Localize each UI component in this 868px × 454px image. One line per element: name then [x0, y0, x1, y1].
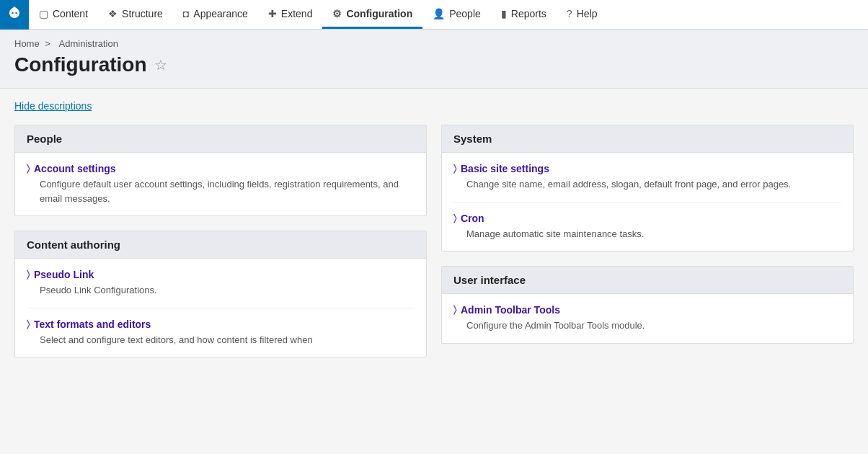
nav-extend-label: Extend	[281, 8, 313, 19]
nav-help[interactable]: ? Help	[557, 0, 608, 29]
chevron-right-icon: 〉	[453, 163, 456, 174]
people-icon: 👤	[433, 8, 445, 19]
chevron-right-icon: 〉	[27, 319, 30, 330]
account-settings-link[interactable]: Account settings	[34, 163, 116, 174]
item-title-row: 〉 Basic site settings	[453, 163, 841, 174]
nav-appearance-label: Appearance	[193, 8, 248, 19]
nav-configuration-label: Configuration	[346, 8, 412, 19]
main-content: Hide descriptions People 〉 Account setti…	[0, 89, 868, 383]
bookmark-icon[interactable]: ☆	[154, 56, 167, 74]
breadcrumb-separator: >	[45, 38, 50, 49]
nav-help-label: Help	[577, 8, 598, 19]
user-interface-section-header: User interface	[442, 267, 853, 294]
list-item: 〉 Pseudo Link Pseudo Link Configurations…	[27, 259, 415, 308]
item-title-row: 〉 Account settings	[27, 163, 415, 174]
column-right: System 〉 Basic site settings Change site…	[441, 125, 854, 358]
text-formats-link[interactable]: Text formats and editors	[34, 319, 151, 330]
item-title-row: 〉 Admin Toolbar Tools	[453, 304, 841, 316]
page-header: Home > Administration Configuration ☆	[0, 30, 868, 89]
chevron-right-icon: 〉	[27, 163, 30, 174]
cron-desc: Manage automatic site maintenance tasks.	[453, 227, 841, 241]
nav-items: ▢ Content ❖ Structure ◘ Appearance ✚ Ext…	[29, 0, 607, 29]
people-section-header: People	[15, 125, 426, 153]
admin-toolbar-tools-desc: Configure the Admin Toolbar Tools module…	[453, 319, 841, 333]
content-authoring-section-body: 〉 Pseudo Link Pseudo Link Configurations…	[15, 259, 426, 357]
breadcrumb-current: Administration	[59, 38, 118, 49]
nav-configuration[interactable]: ⚙ Configuration	[322, 0, 422, 29]
content-icon: ▢	[39, 8, 48, 19]
reports-icon: ▮	[501, 8, 507, 19]
basic-site-settings-desc: Change site name, email address, slogan,…	[453, 177, 841, 192]
content-authoring-section-header: Content authoring	[15, 231, 426, 259]
admin-toolbar-tools-link[interactable]: Admin Toolbar Tools	[461, 304, 560, 316]
item-title-row: 〉 Text formats and editors	[27, 319, 415, 330]
list-item: 〉 Cron Manage automatic site maintenance…	[453, 202, 841, 252]
configuration-icon: ⚙	[332, 8, 342, 19]
appearance-icon: ◘	[183, 8, 189, 19]
people-section-body: 〉 Account settings Configure default use…	[15, 153, 426, 215]
user-interface-section: User interface 〉 Admin Toolbar Tools Con…	[441, 266, 854, 344]
text-formats-desc: Select and configure text editors, and h…	[27, 333, 415, 347]
nav-reports-label: Reports	[511, 8, 546, 19]
nav-reports[interactable]: ▮ Reports	[491, 0, 557, 29]
list-item: 〉 Account settings Configure default use…	[27, 153, 415, 215]
extend-icon: ✚	[268, 8, 277, 19]
chevron-right-icon: 〉	[453, 213, 456, 224]
nav-content-label: Content	[53, 8, 88, 19]
nav-extend[interactable]: ✚ Extend	[258, 0, 323, 29]
top-nav: ▢ Content ❖ Structure ◘ Appearance ✚ Ext…	[0, 0, 868, 30]
svg-point-0	[12, 12, 14, 14]
chevron-right-icon: 〉	[453, 304, 456, 316]
nav-appearance[interactable]: ◘ Appearance	[173, 0, 258, 29]
item-title-row: 〉 Pseudo Link	[27, 269, 415, 280]
nav-content[interactable]: ▢ Content	[29, 0, 98, 29]
basic-site-settings-link[interactable]: Basic site settings	[461, 163, 549, 174]
help-icon: ?	[567, 8, 572, 19]
system-section-body: 〉 Basic site settings Change site name, …	[442, 153, 853, 251]
system-section-header: System	[442, 125, 853, 153]
breadcrumb: Home > Administration	[14, 38, 854, 49]
pseudo-link-desc: Pseudo Link Configurations.	[27, 283, 415, 298]
breadcrumb-home[interactable]: Home	[14, 38, 40, 49]
list-item: 〉 Admin Toolbar Tools Configure the Admi…	[453, 294, 841, 343]
nav-people[interactable]: 👤 People	[422, 0, 491, 29]
list-item: 〉 Text formats and editors Select and co…	[27, 308, 415, 357]
list-item: 〉 Basic site settings Change site name, …	[453, 153, 841, 202]
nav-people-label: People	[449, 8, 481, 19]
nav-structure[interactable]: ❖ Structure	[98, 0, 173, 29]
svg-point-1	[15, 12, 17, 14]
user-interface-section-body: 〉 Admin Toolbar Tools Configure the Admi…	[442, 294, 853, 343]
system-section: System 〉 Basic site settings Change site…	[441, 125, 854, 252]
people-section: People 〉 Account settings Configure defa…	[14, 125, 427, 216]
content-authoring-section: Content authoring 〉 Pseudo Link Pseudo L…	[14, 231, 427, 357]
page-title-row: Configuration ☆	[14, 53, 854, 76]
cron-link[interactable]: Cron	[461, 213, 484, 224]
drupal-logo[interactable]	[0, 0, 29, 30]
chevron-right-icon: 〉	[27, 269, 30, 280]
page-title: Configuration	[14, 53, 147, 76]
pseudo-link-link[interactable]: Pseudo Link	[34, 269, 94, 280]
item-title-row: 〉 Cron	[453, 213, 841, 224]
account-settings-desc: Configure default user account settings,…	[27, 177, 415, 205]
structure-icon: ❖	[108, 8, 118, 19]
column-left: People 〉 Account settings Configure defa…	[14, 125, 427, 372]
nav-structure-label: Structure	[122, 8, 163, 19]
columns: People 〉 Account settings Configure defa…	[14, 125, 854, 372]
hide-descriptions-link[interactable]: Hide descriptions	[14, 100, 92, 112]
